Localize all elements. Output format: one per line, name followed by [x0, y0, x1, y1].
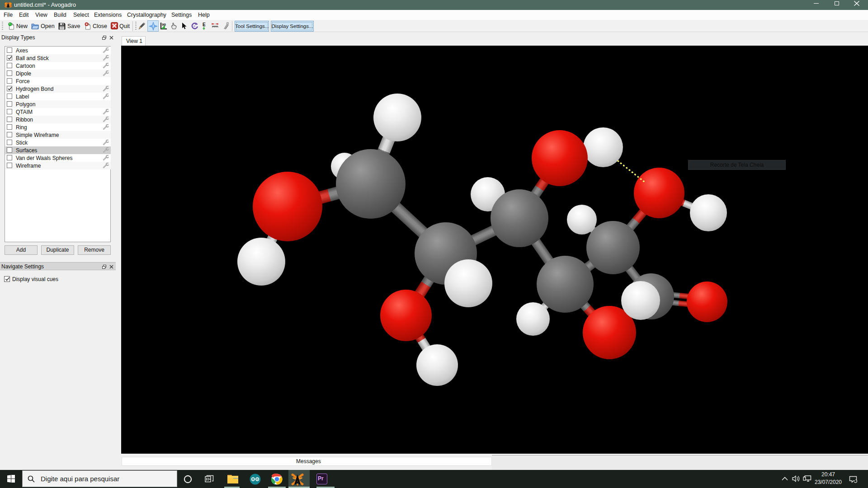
- svg-text:E: E: [203, 22, 206, 27]
- svg-text:90: 90: [162, 23, 166, 27]
